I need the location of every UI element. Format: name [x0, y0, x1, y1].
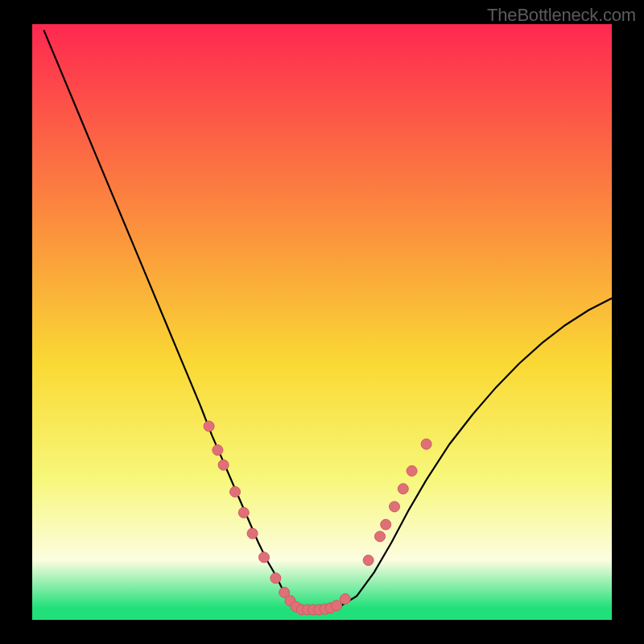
data-marker: [381, 519, 391, 530]
data-marker: [340, 594, 350, 605]
data-marker: [238, 507, 249, 518]
data-marker: [375, 531, 386, 542]
data-marker: [332, 601, 342, 611]
data-marker: [230, 486, 241, 497]
gradient-background: [32, 24, 612, 620]
data-marker: [204, 421, 214, 431]
data-marker: [421, 439, 431, 449]
data-marker: [247, 528, 258, 539]
chart-svg: [32, 24, 612, 620]
data-marker: [259, 552, 270, 563]
data-marker: [218, 460, 229, 470]
data-marker: [363, 555, 374, 566]
data-marker: [213, 445, 223, 456]
data-marker: [407, 466, 417, 477]
watermark-text: TheBottleneck.com: [487, 5, 636, 26]
data-marker: [390, 502, 400, 512]
chart-canvas: TheBottleneck.com: [0, 0, 644, 644]
data-marker: [398, 484, 408, 494]
plot-area: [32, 24, 612, 620]
data-marker: [270, 573, 281, 584]
